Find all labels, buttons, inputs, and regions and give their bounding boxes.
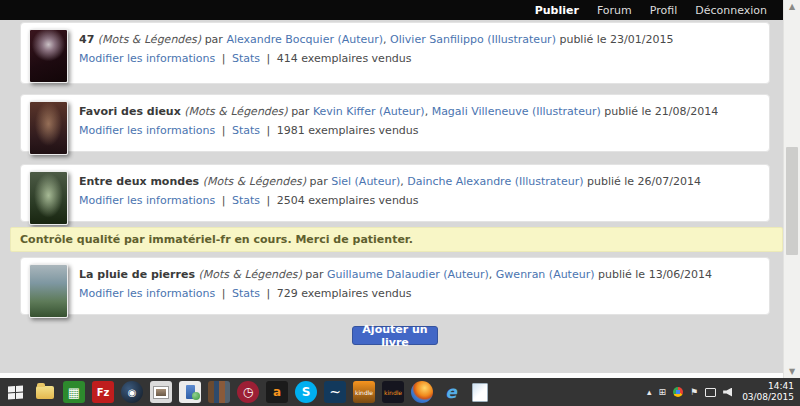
- sales-count: 414 exemplaires vendus: [277, 52, 412, 65]
- author-link[interactable]: Alexandre Bocquier (Auteur): [226, 33, 383, 46]
- top-navigation-bar: Publier Forum Profil Déconnexion: [0, 0, 783, 20]
- book-row: Entre deux mondes (Mots & Légendes) par …: [20, 164, 770, 222]
- picture-inner: [156, 389, 166, 396]
- alarm-clock-icon[interactable]: ◷: [237, 381, 259, 403]
- image-viewer-icon[interactable]: [150, 381, 172, 403]
- edit-info-link[interactable]: Modifier les informations: [79, 124, 215, 137]
- openoffice-icon[interactable]: ~: [324, 381, 346, 403]
- show-hidden-icons-arrow[interactable]: ▴: [647, 387, 652, 397]
- book-line-2: Modifier les informations | Stats | 2504…: [79, 191, 701, 210]
- stats-link[interactable]: Stats: [232, 287, 260, 300]
- picture-shape: [153, 386, 169, 399]
- logo-pane: [16, 392, 23, 398]
- windows-update-tray-icon[interactable]: ⊞: [659, 387, 667, 397]
- book-line-1: La pluie de pierres (Mots & Légendes) pa…: [79, 265, 712, 284]
- kindle-icon[interactable]: kindle: [353, 381, 375, 403]
- scroll-down-arrow-icon[interactable]: ▼: [784, 365, 800, 378]
- book-cover[interactable]: [29, 101, 68, 155]
- firefox-icon[interactable]: [411, 381, 433, 403]
- edit-info-link[interactable]: Modifier les informations: [79, 194, 215, 207]
- nav-item-profil[interactable]: Profil: [650, 4, 677, 17]
- separator: |: [222, 52, 226, 65]
- comma: ,: [489, 268, 493, 281]
- steam-icon[interactable]: ◉: [121, 381, 143, 403]
- book-cover[interactable]: [29, 171, 68, 225]
- par-text: par: [205, 33, 223, 46]
- illustrator-link[interactable]: Olivier Sanfilippo (Illustrateur): [390, 33, 556, 46]
- clock-time: 14:41: [742, 381, 794, 392]
- published-date: publié le 23/01/2015: [559, 33, 673, 46]
- taskbar-icons: ▦ Fz ◉ ◷ a S ~ kindle kindle e: [34, 381, 491, 403]
- stats-link[interactable]: Stats: [232, 52, 260, 65]
- author-link[interactable]: Kevin Kiffer (Auteur): [313, 105, 425, 118]
- start-button[interactable]: [0, 378, 30, 406]
- book-series: (Mots & Légendes): [198, 268, 301, 281]
- scrollbar-thumb[interactable]: [786, 147, 798, 255]
- document-shape: [472, 383, 488, 402]
- published-date: publié le 21/08/2014: [604, 105, 718, 118]
- calibre-library-icon[interactable]: [208, 381, 230, 403]
- author-link[interactable]: Siel (Auteur): [331, 175, 400, 188]
- system-tray: ▴ ⊞ ⚑ 14:41 03/08/2015: [647, 381, 800, 404]
- separator: |: [267, 52, 271, 65]
- illustrator-link[interactable]: Magali Villeneuve (Illustrateur): [432, 105, 601, 118]
- device-sync-icon[interactable]: [179, 381, 201, 403]
- filezilla-icon[interactable]: Fz: [92, 381, 114, 403]
- add-book-button[interactable]: Ajouter un livre: [352, 326, 438, 345]
- kindle-previewer-icon[interactable]: kindle: [382, 381, 404, 403]
- network-icon[interactable]: [705, 388, 716, 397]
- comma: ,: [383, 33, 387, 46]
- separator: |: [267, 124, 271, 137]
- edit-info-link[interactable]: Modifier les informations: [79, 287, 215, 300]
- colored-app-tray-icon[interactable]: [673, 387, 683, 397]
- book-row: La pluie de pierres (Mots & Légendes) pa…: [20, 257, 770, 315]
- book-row: 47 (Mots & Légendes) par Alexandre Bocqu…: [20, 22, 770, 84]
- book-cover[interactable]: [29, 29, 68, 83]
- nav-item-forum[interactable]: Forum: [597, 4, 632, 17]
- par-text: par: [305, 268, 323, 281]
- coauthor-link[interactable]: Gwenran (Auteur): [496, 268, 595, 281]
- book-info: Favori des dieux (Mots & Légendes) par K…: [79, 99, 718, 147]
- author-link[interactable]: Guillaume Dalaudier (Auteur): [327, 268, 489, 281]
- book-line-2: Modifier les informations | Stats | 1981…: [79, 121, 718, 140]
- book-line-1: Entre deux mondes (Mots & Légendes) par …: [79, 172, 701, 191]
- book-series: (Mots & Légendes): [184, 105, 287, 118]
- taskbar-clock[interactable]: 14:41 03/08/2015: [739, 381, 794, 404]
- book-series: (Mots & Légendes): [98, 33, 201, 46]
- scroll-up-arrow-icon[interactable]: ▲: [784, 0, 800, 13]
- separator: |: [222, 194, 226, 207]
- quality-control-notice: Contrôle qualité par immatériel-fr en co…: [10, 227, 783, 252]
- stats-link[interactable]: Stats: [232, 124, 260, 137]
- stats-link[interactable]: Stats: [232, 194, 260, 207]
- book-title: Favori des dieux: [79, 105, 181, 118]
- windows-taskbar: ▦ Fz ◉ ◷ a S ~ kindle kindle e ▴ ⊞ ⚑ 14:…: [0, 378, 800, 406]
- book-info: 47 (Mots & Légendes) par Alexandre Bocqu…: [79, 27, 673, 79]
- internet-explorer-icon[interactable]: e: [440, 381, 462, 403]
- notepad-icon[interactable]: [469, 381, 491, 403]
- edit-info-link[interactable]: Modifier les informations: [79, 52, 215, 65]
- separator: |: [267, 194, 271, 207]
- book-line-1: 47 (Mots & Légendes) par Alexandre Bocqu…: [79, 30, 673, 49]
- action-center-flag-icon[interactable]: ⚑: [690, 387, 698, 397]
- book-title: La pluie de pierres: [79, 268, 195, 281]
- book-row: Favori des dieux (Mots & Légendes) par K…: [20, 94, 770, 152]
- sales-count: 2504 exemplaires vendus: [277, 194, 419, 207]
- nav-item-publier[interactable]: Publier: [535, 4, 579, 17]
- page-scrollbar[interactable]: ▲ ▼: [783, 0, 800, 378]
- comma: ,: [400, 175, 404, 188]
- book-line-1: Favori des dieux (Mots & Légendes) par K…: [79, 102, 718, 121]
- book-cover[interactable]: [29, 264, 68, 318]
- skype-icon[interactable]: S: [295, 381, 317, 403]
- book-line-2: Modifier les informations | Stats | 729 …: [79, 284, 712, 303]
- amazon-kindle-tool-icon[interactable]: a: [266, 381, 288, 403]
- book-line-2: Modifier les informations | Stats | 414 …: [79, 49, 673, 68]
- sales-count: 1981 exemplaires vendus: [277, 124, 419, 137]
- file-explorer-icon[interactable]: [34, 381, 56, 403]
- volume-icon[interactable]: [723, 388, 732, 397]
- par-text: par: [309, 175, 327, 188]
- par-text: par: [291, 105, 309, 118]
- illustrator-link[interactable]: Dainche Alexandre (Illustrateur): [407, 175, 583, 188]
- book-info: Entre deux mondes (Mots & Légendes) par …: [79, 169, 701, 217]
- calculator-icon[interactable]: ▦: [63, 381, 85, 403]
- nav-item-deconnexion[interactable]: Déconnexion: [695, 4, 767, 17]
